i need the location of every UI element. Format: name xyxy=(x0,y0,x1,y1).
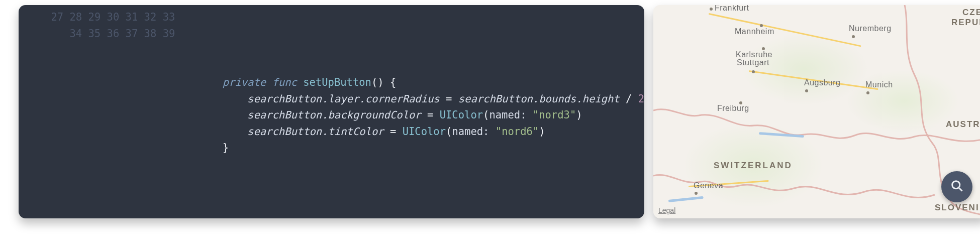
code-content[interactable]: private func setUpButton() { searchButto… xyxy=(177,6,644,218)
map-preview[interactable]: FrankfurtMannheimNurembergKarlsruheStutt… xyxy=(653,5,980,218)
city-dot xyxy=(805,89,808,92)
city-label: Frankfurt xyxy=(715,5,749,13)
svg-point-0 xyxy=(952,181,960,189)
city-label: Geneva xyxy=(694,181,723,190)
city-dot xyxy=(866,91,869,94)
city-label: Augsburg xyxy=(804,78,841,87)
country-label: AUSTRI xyxy=(946,119,980,130)
country-label: REPUI xyxy=(951,18,980,28)
city-dot xyxy=(852,35,855,38)
city-label: Freiburg xyxy=(717,104,749,113)
city-label: Munich xyxy=(865,80,893,89)
city-label: Stuttgart xyxy=(737,58,769,67)
country-label: CZE xyxy=(962,8,980,18)
city-label: Mannheim xyxy=(735,27,774,36)
code-editor[interactable]: 27 28 29 30 31 32 33 34 35 36 37 38 39 p… xyxy=(19,5,644,218)
city-dot xyxy=(710,8,713,11)
city-dot xyxy=(752,70,755,73)
country-label: SLOVENI xyxy=(935,203,979,213)
line-number-gutter: 27 28 29 30 31 32 33 34 35 36 37 38 39 xyxy=(19,6,177,218)
legal-link[interactable]: Legal xyxy=(658,206,675,214)
country-label: SWITZERLAND xyxy=(714,161,793,171)
search-button[interactable] xyxy=(941,171,972,202)
city-dot xyxy=(695,192,698,195)
city-label: Nuremberg xyxy=(849,24,892,33)
search-icon xyxy=(950,179,964,195)
svg-line-1 xyxy=(959,188,962,191)
